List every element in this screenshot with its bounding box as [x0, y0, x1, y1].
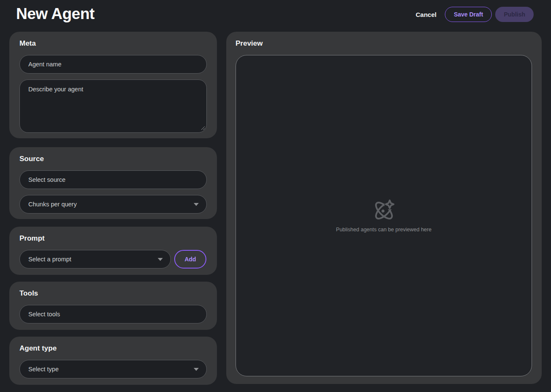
chunks-per-query-label: Chunks per query [28, 201, 77, 208]
meta-card: Meta [9, 32, 217, 138]
tools-card: Tools [9, 282, 217, 330]
source-card-title: Source [19, 154, 207, 164]
chevron-down-icon [194, 203, 199, 206]
agent-name-input[interactable] [19, 55, 207, 74]
select-source-input[interactable] [19, 170, 207, 189]
agent-type-select[interactable]: Select type [19, 360, 207, 378]
meta-card-title: Meta [19, 39, 207, 48]
atom-sparkle-icon [372, 199, 396, 222]
preview-empty-text: Published agents can be previewed here [336, 227, 432, 233]
form-column: Meta Source Chunks per query Prompt [9, 32, 217, 385]
chevron-down-icon [158, 258, 163, 261]
new-agent-page: New Agent Cancel Save Draft Publish Meta… [0, 0, 551, 392]
preview-card-title: Preview [236, 39, 532, 48]
page-title: New Agent [16, 3, 94, 25]
agent-description-wrap [19, 79, 207, 133]
preview-panel: Published agents can be previewed here [236, 55, 532, 376]
tools-card-title: Tools [19, 289, 207, 298]
prompt-select[interactable]: Select a prompt [19, 250, 171, 269]
publish-button[interactable]: Publish [495, 7, 534, 22]
agent-type-card-title: Agent type [19, 344, 207, 353]
save-draft-button[interactable]: Save Draft [445, 7, 492, 22]
add-prompt-button[interactable]: Add [174, 250, 206, 269]
prompt-select-label: Select a prompt [28, 256, 71, 263]
source-card: Source Chunks per query [9, 147, 217, 219]
prompt-card-title: Prompt [19, 234, 207, 243]
select-tools-input[interactable] [19, 305, 207, 323]
prompt-row: Select a prompt Add [19, 250, 207, 269]
chunks-per-query-select[interactable]: Chunks per query [19, 195, 207, 214]
chevron-down-icon [194, 368, 199, 371]
agent-type-select-label: Select type [28, 366, 59, 373]
prompt-card: Prompt Select a prompt Add [9, 227, 217, 275]
header-actions: Cancel Save Draft Publish [414, 7, 534, 22]
agent-type-card: Agent type Select type [9, 337, 217, 385]
agent-description-textarea[interactable] [19, 79, 207, 133]
cancel-button[interactable]: Cancel [414, 7, 438, 22]
preview-card: Preview Published agents can be previewe… [226, 32, 542, 384]
